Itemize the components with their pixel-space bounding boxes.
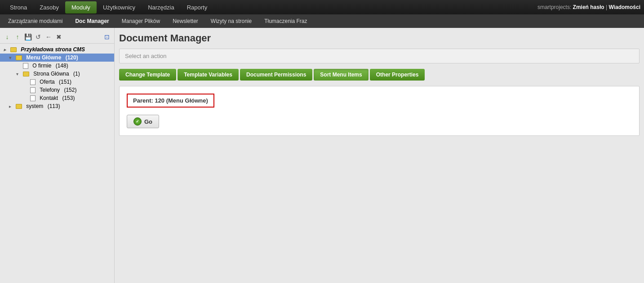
tree-item-system[interactable]: ▸ system (113) [0,102,114,110]
tree-item-telefony[interactable]: Telefony (152) [0,86,114,94]
tree-root[interactable]: ▸ Przykładowa strona CMS [0,45,114,54]
strona-folder-icon [23,72,29,76]
nav-zasoby[interactable]: Zasoby [33,1,65,13]
nav-tlumaczenia[interactable]: Tłumaczenia Fraz [258,16,313,27]
toolbar-expand[interactable]: ⊡ [102,32,111,41]
toolbar-arrow-up[interactable]: ↑ [13,32,22,41]
tree-menu-glowne-id: (120) [66,54,78,61]
main-layout: ↓ ↑ 💾 ↺ ← ✖ ⊡ ▸ Przykładowa strona CMS ▾… [0,28,644,283]
toolbar-back[interactable]: ← [44,32,53,41]
tree-root-label: Przykładowa strona CMS [21,46,85,53]
tree-system-label: system [26,103,43,109]
tree-telefony-label: Telefony [40,87,60,93]
tree-oferta-id: (151) [59,79,71,85]
tree-expand2-icon: ▾ [16,72,22,76]
sidebar: ↓ ↑ 💾 ↺ ← ✖ ⊡ ▸ Przykładowa strona CMS ▾… [0,28,115,283]
tree-menu-glowne-label: Menu Główne [26,54,61,61]
tree-kontakt-label: Kontakt [40,95,58,101]
toolbar-save[interactable]: 💾 [23,32,32,41]
o-firmie-page-icon [23,63,28,69]
tree-strona-label: Strona Główna [33,71,69,77]
go-button-label: Go [144,118,152,125]
toolbar-delete[interactable]: ✖ [54,32,63,41]
tree-item-strona-glowna[interactable]: ▾ Strona Główna (1) [0,70,114,78]
sidebar-toolbar: ↓ ↑ 💾 ↺ ← ✖ ⊡ [0,31,114,44]
nav-raporty[interactable]: Raporty [181,1,214,13]
tree-expand3-icon: ▸ [9,104,14,109]
kontakt-page-icon [30,95,36,101]
go-button[interactable]: ✓ Go [127,115,159,128]
tree-o-firmie-id: (148) [56,63,68,69]
nav-zarzadzanie[interactable]: Zarządzanie modułami [2,16,69,27]
tree-item-kontakt[interactable]: Kontakt (153) [0,94,114,102]
nav-doc-manager[interactable]: Doc Manager [69,16,115,27]
page-title: Document Manager [119,32,640,44]
change-password-link[interactable]: Zmień hasło [573,4,604,10]
tree-kontakt-id: (153) [62,95,75,101]
tab-template-variables[interactable]: Template Variables [178,69,239,81]
tree-strona-id: (1) [73,71,80,77]
tree-telefony-id: (152) [64,87,76,93]
nav-strona[interactable]: Strona [4,1,33,13]
top-navbar: Strona Zasoby Moduły Użytkownicy Narzędz… [0,0,644,14]
nav-narzedzia[interactable]: Narzędzia [142,1,181,13]
tab-sort-menu-items[interactable]: Sort Menu Items [314,69,368,81]
nav-manager-plikow[interactable]: Manager Plików [115,16,166,27]
tree-item-oferta[interactable]: Oferta (151) [0,78,114,86]
tree-item-menu-glowne[interactable]: ▾ Menu Główne (120) [0,54,114,62]
tabs-bar: Change Template Template Variables Docum… [119,69,640,81]
tab-change-template[interactable]: Change Template [119,69,176,81]
toolbar-arrow-down[interactable]: ↓ [3,32,12,41]
second-navbar: Zarządzanie modułami Doc Manager Manager… [0,14,644,28]
root-folder-icon [10,47,17,52]
messages-link[interactable]: Wiadomości [608,4,640,10]
system-folder-icon [16,104,22,109]
content-panel: Parent: 120 (Menu Główne) ✓ Go [119,86,640,136]
tree-o-firmie-label: O firmie [32,63,51,69]
tree-root-icon: ▸ [4,47,9,52]
telefony-page-icon [30,87,36,93]
nav-newsletter[interactable]: Newsletter [166,16,204,27]
content-area: Document Manager Select an action Change… [115,28,644,283]
tree-system-id: (113) [48,103,60,109]
nav-wizyty[interactable]: Wizyty na stronie [204,16,258,27]
oferta-page-icon [30,79,36,85]
parent-info-box: Parent: 120 (Menu Główne) [127,94,214,108]
tab-document-permissions[interactable]: Document Permissions [240,69,312,81]
tab-other-properties[interactable]: Other Properties [370,69,425,81]
action-bar: Select an action [119,49,640,63]
nav-moduly[interactable]: Moduły [65,1,97,13]
menu-folder-icon [16,55,22,60]
top-nav-right: smartprojects: Zmień hasło | Wiadomości [537,4,640,10]
tree-expand-icon: ▾ [9,55,14,60]
nav-uzytkownicy[interactable]: Użytkownicy [97,1,142,13]
tree-oferta-label: Oferta [40,79,54,85]
toolbar-refresh[interactable]: ↺ [34,32,43,41]
go-icon: ✓ [133,117,142,126]
tree-item-o-firmie[interactable]: O firmie (148) [0,62,114,70]
action-bar-label: Select an action [125,53,167,59]
